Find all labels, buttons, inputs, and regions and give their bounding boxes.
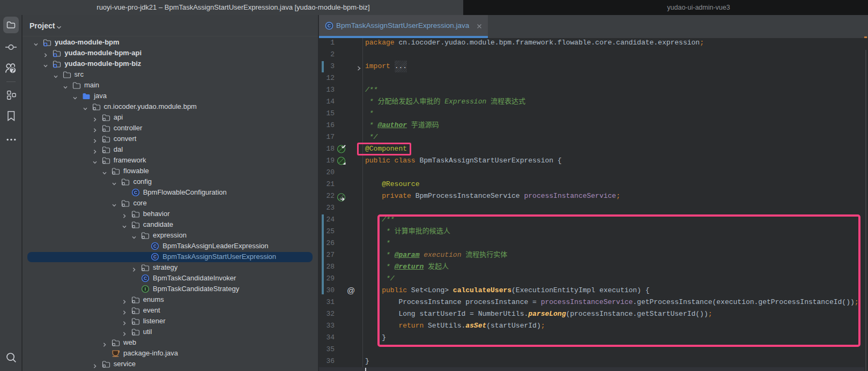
svg-text:C: C bbox=[134, 190, 137, 195]
svg-text:C: C bbox=[153, 243, 157, 249]
svg-text:C: C bbox=[144, 276, 147, 281]
svg-text:I: I bbox=[145, 286, 146, 292]
svg-text:C: C bbox=[153, 254, 157, 259]
svg-text:C: C bbox=[328, 23, 331, 28]
